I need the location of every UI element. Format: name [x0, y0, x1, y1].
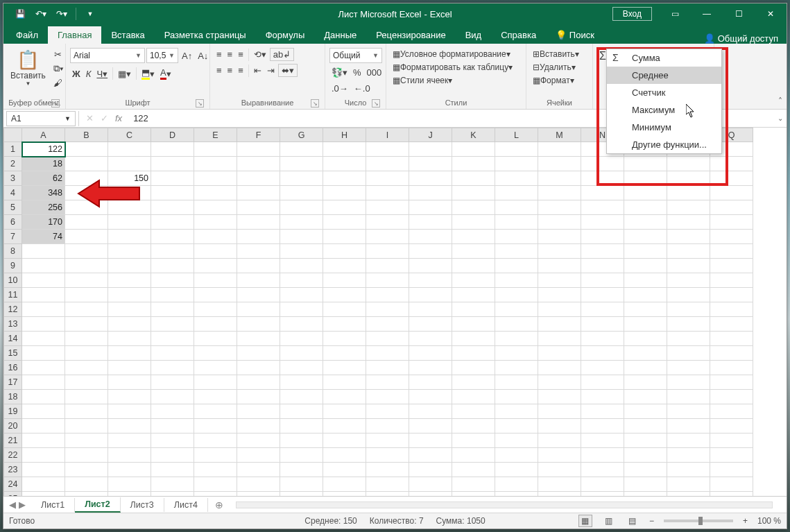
view-page-break-icon[interactable]: ▤ — [626, 515, 639, 527]
cell-P19[interactable] — [667, 404, 710, 419]
cell-G5[interactable] — [280, 200, 323, 215]
cell-B2[interactable] — [65, 157, 108, 171]
accounting-format-icon[interactable]: 💱▾ — [329, 66, 350, 79]
cell-B13[interactable] — [65, 317, 108, 332]
cell-F19[interactable] — [237, 404, 280, 419]
row-header-9[interactable]: 9 — [4, 259, 22, 273]
cell-A9[interactable] — [22, 259, 65, 273]
cell-P25[interactable] — [667, 492, 710, 497]
cell-M5[interactable] — [538, 200, 581, 215]
cell-B12[interactable] — [65, 302, 108, 317]
row-header-25[interactable]: 25 — [4, 492, 22, 497]
cell-H25[interactable] — [323, 492, 366, 497]
cell-H4[interactable] — [323, 186, 366, 200]
cell-D16[interactable] — [151, 361, 194, 375]
cell-B22[interactable] — [65, 448, 108, 463]
cell-F12[interactable] — [237, 302, 280, 317]
cell-F2[interactable] — [237, 157, 280, 171]
cell-G14[interactable] — [280, 332, 323, 346]
cell-M22[interactable] — [538, 448, 581, 463]
row-header-13[interactable]: 13 — [4, 317, 22, 332]
cell-C17[interactable] — [108, 375, 151, 390]
cell-K24[interactable] — [452, 477, 495, 492]
cell-E9[interactable] — [194, 259, 237, 273]
minimize-icon[interactable]: — — [691, 3, 723, 24]
cell-G11[interactable] — [280, 288, 323, 302]
cell-D17[interactable] — [151, 375, 194, 390]
cell-F14[interactable] — [237, 332, 280, 346]
cell-K7[interactable] — [452, 230, 495, 244]
cell-O24[interactable] — [624, 477, 667, 492]
cell-N6[interactable] — [581, 215, 624, 230]
cell-L22[interactable] — [495, 448, 538, 463]
cell-M12[interactable] — [538, 302, 581, 317]
cell-A17[interactable] — [22, 375, 65, 390]
cell-M20[interactable] — [538, 419, 581, 434]
cell-C13[interactable] — [108, 317, 151, 332]
cell-N25[interactable] — [581, 492, 624, 497]
insert-cells-button[interactable]: ⊞ Вставить ▾ — [531, 48, 581, 60]
cell-G13[interactable] — [280, 317, 323, 332]
cell-L7[interactable] — [495, 230, 538, 244]
cell-B7[interactable] — [65, 230, 108, 244]
cell-O8[interactable] — [624, 244, 667, 259]
col-header-J[interactable]: J — [409, 128, 452, 142]
decrease-font-icon[interactable]: A↓ — [196, 49, 210, 62]
row-header-20[interactable]: 20 — [4, 419, 22, 434]
cell-Q25[interactable] — [710, 492, 753, 497]
cell-K13[interactable] — [452, 317, 495, 332]
bold-button[interactable]: Ж — [70, 67, 83, 80]
cell-F8[interactable] — [237, 244, 280, 259]
col-header-A[interactable]: A — [22, 128, 65, 142]
cell-Q21[interactable] — [710, 434, 753, 448]
cell-I13[interactable] — [366, 317, 409, 332]
cell-J14[interactable] — [409, 332, 452, 346]
font-launcher[interactable]: ↘ — [196, 99, 204, 108]
cell-M1[interactable] — [538, 142, 581, 157]
cell-Q22[interactable] — [710, 448, 753, 463]
cell-Q11[interactable] — [710, 288, 753, 302]
cell-N14[interactable] — [581, 332, 624, 346]
cell-P13[interactable] — [667, 317, 710, 332]
tab-insert[interactable]: Вставка — [101, 26, 154, 44]
cell-P8[interactable] — [667, 244, 710, 259]
cell-E1[interactable] — [194, 142, 237, 157]
cell-J5[interactable] — [409, 200, 452, 215]
cell-D5[interactable] — [151, 200, 194, 215]
cell-C7[interactable] — [108, 230, 151, 244]
italic-button[interactable]: К — [84, 67, 94, 80]
decrease-indent-icon[interactable]: ⇤ — [252, 64, 264, 77]
cell-I20[interactable] — [366, 419, 409, 434]
align-middle-icon[interactable]: ≡ — [225, 48, 235, 61]
cell-J23[interactable] — [409, 463, 452, 477]
cell-N24[interactable] — [581, 477, 624, 492]
cell-I3[interactable] — [366, 171, 409, 186]
col-header-D[interactable]: D — [151, 128, 194, 142]
cell-G4[interactable] — [280, 186, 323, 200]
align-bottom-icon[interactable]: ≡ — [236, 48, 246, 61]
cell-C8[interactable] — [108, 244, 151, 259]
cell-H8[interactable] — [323, 244, 366, 259]
align-right-icon[interactable]: ≡ — [236, 64, 246, 77]
cell-N20[interactable] — [581, 419, 624, 434]
cell-F3[interactable] — [237, 171, 280, 186]
cell-F21[interactable] — [237, 434, 280, 448]
cell-E25[interactable] — [194, 492, 237, 497]
cell-F18[interactable] — [237, 390, 280, 404]
cell-M21[interactable] — [538, 434, 581, 448]
cell-O13[interactable] — [624, 317, 667, 332]
cell-P17[interactable] — [667, 375, 710, 390]
cell-A22[interactable] — [22, 448, 65, 463]
cell-F11[interactable] — [237, 288, 280, 302]
cell-K4[interactable] — [452, 186, 495, 200]
percent-format-icon[interactable]: % — [351, 66, 363, 79]
cell-N16[interactable] — [581, 361, 624, 375]
zoom-out-icon[interactable]: − — [649, 516, 654, 526]
cell-G25[interactable] — [280, 492, 323, 497]
cell-L17[interactable] — [495, 375, 538, 390]
cell-I21[interactable] — [366, 434, 409, 448]
cell-G24[interactable] — [280, 477, 323, 492]
cell-I16[interactable] — [366, 361, 409, 375]
cell-G21[interactable] — [280, 434, 323, 448]
cell-Q16[interactable] — [710, 361, 753, 375]
